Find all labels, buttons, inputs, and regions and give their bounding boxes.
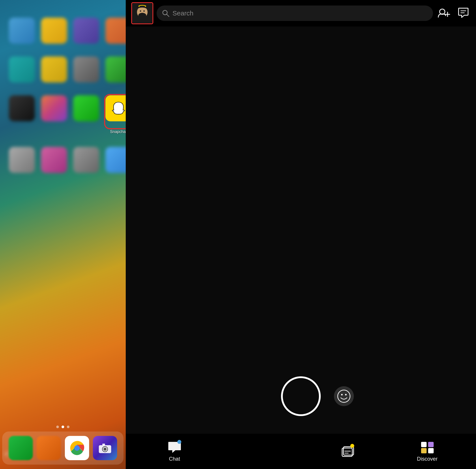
- app-icon-gray[interactable]: [73, 56, 99, 83]
- app-icon-green2[interactable]: [73, 95, 99, 121]
- user-avatar-container[interactable]: [132, 3, 152, 23]
- chrome-icon: [68, 439, 86, 457]
- camera-dock-icon: [98, 443, 112, 453]
- camera-viewfinder: [126, 26, 476, 434]
- chat-nav-icon-wrap: [167, 441, 182, 454]
- app-icon-teal[interactable]: [9, 56, 35, 83]
- nav-item-chat[interactable]: Chat: [157, 441, 192, 462]
- app-icon-gray2[interactable]: [9, 147, 35, 173]
- svg-rect-31: [428, 448, 434, 453]
- page-indicator: [56, 426, 69, 428]
- list-item[interactable]: [73, 147, 99, 180]
- search-bar[interactable]: Search: [157, 5, 433, 21]
- chat-button[interactable]: [457, 7, 469, 20]
- snapchat-app-icon-container[interactable]: Snapchat: [105, 95, 126, 128]
- snapchat-highlight-border: [104, 94, 126, 129]
- page-dot-3: [67, 426, 69, 428]
- list-item[interactable]: [9, 18, 35, 50]
- svg-line-14: [167, 14, 169, 17]
- app-icon-purple[interactable]: [73, 18, 99, 44]
- list-item[interactable]: [9, 56, 35, 89]
- list-item[interactable]: [41, 56, 67, 89]
- search-icon: [162, 10, 169, 17]
- avatar-highlight-border: [131, 2, 153, 24]
- list-item[interactable]: [105, 147, 126, 180]
- svg-rect-29: [428, 442, 434, 447]
- dock-icon-orange[interactable]: [37, 436, 61, 460]
- page-dot-2: [62, 426, 64, 428]
- chat-nav-label: Chat: [169, 456, 180, 462]
- app-dock: [2, 432, 124, 465]
- app-icon-green-pixel[interactable]: [105, 56, 126, 83]
- discover-nav-icon: [420, 441, 435, 454]
- app-icon-pink[interactable]: [41, 147, 67, 173]
- lens-button[interactable]: [334, 386, 354, 406]
- discover-nav-icon-wrap: [420, 441, 435, 454]
- android-home-screen: Snapchat APJALO: [0, 0, 126, 469]
- nav-item-discover[interactable]: Discover: [410, 441, 445, 462]
- bottom-navigation: Chat: [126, 434, 476, 469]
- svg-point-22: [341, 394, 343, 396]
- search-placeholder: Search: [172, 10, 194, 17]
- add-friend-button[interactable]: [437, 7, 451, 19]
- snapchat-screen: Search: [126, 0, 476, 469]
- list-item[interactable]: [73, 95, 99, 128]
- dock-icon-chrome[interactable]: [65, 436, 89, 460]
- svg-point-2: [74, 445, 80, 451]
- app-grid: Snapchat: [4, 13, 121, 184]
- list-item[interactable]: [9, 147, 35, 180]
- page-dot-1: [56, 426, 59, 428]
- app-icon-blue[interactable]: [9, 18, 35, 44]
- svg-point-21: [338, 390, 350, 402]
- chat-notification-dot: [177, 440, 181, 444]
- list-item[interactable]: [105, 18, 126, 50]
- svg-rect-28: [421, 442, 427, 447]
- message-icon: [457, 7, 469, 19]
- app-icon-yellow[interactable]: [41, 18, 67, 44]
- memories-nav-icon-wrap: [340, 445, 355, 458]
- nav-item-memories[interactable]: [330, 445, 365, 458]
- discover-nav-label: Discover: [417, 456, 437, 462]
- app-icon-blue2[interactable]: [105, 147, 126, 173]
- svg-rect-6: [102, 444, 105, 445]
- list-item[interactable]: [41, 95, 67, 128]
- svg-point-5: [103, 448, 107, 451]
- app-icon-yellow2[interactable]: [41, 56, 67, 83]
- topbar-right-icons: [437, 7, 469, 20]
- app-icon-gray3[interactable]: [73, 147, 99, 173]
- list-item[interactable]: [9, 95, 35, 128]
- shutter-button[interactable]: [281, 376, 321, 416]
- app-icon-dark[interactable]: [9, 95, 35, 121]
- list-item[interactable]: [41, 18, 67, 50]
- svg-rect-30: [421, 448, 427, 453]
- snapchat-topbar: Search: [126, 0, 476, 26]
- svg-point-23: [345, 394, 347, 396]
- add-friend-icon: [437, 7, 451, 18]
- dock-icon-camera[interactable]: [93, 436, 117, 460]
- list-item[interactable]: [73, 18, 99, 50]
- smiley-face-icon: [337, 390, 350, 403]
- app-icon-colorful[interactable]: [41, 95, 67, 121]
- dock-icon-green[interactable]: [9, 436, 33, 460]
- camera-controls: [248, 376, 354, 416]
- list-item[interactable]: [105, 56, 126, 89]
- snapchat-app-label: Snapchat: [110, 130, 126, 134]
- list-item[interactable]: [41, 147, 67, 180]
- list-item[interactable]: [73, 56, 99, 89]
- app-icon-orange[interactable]: [105, 18, 126, 44]
- memories-notification-dot: [350, 444, 354, 448]
